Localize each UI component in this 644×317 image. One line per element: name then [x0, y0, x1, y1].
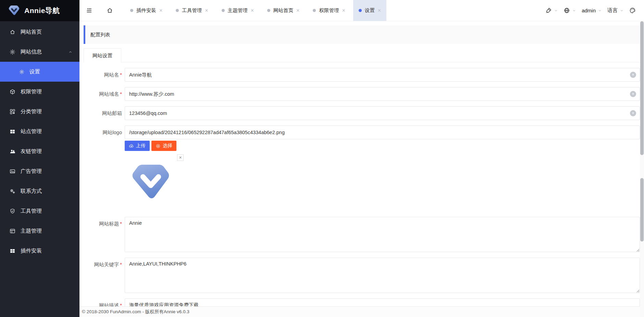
close-icon[interactable]: ×: [342, 8, 345, 13]
diamond-logo-icon: [8, 4, 21, 17]
sidebar-item-label: 主题管理: [21, 227, 42, 235]
field-row-site-email: 网站邮箱 ×: [84, 106, 640, 120]
user-menu[interactable]: admin: [582, 8, 602, 13]
field-label: 网站标题*: [84, 217, 122, 252]
field-row-site-name: 网站名* ×: [84, 68, 640, 82]
sidebar-item-label: 权限管理: [21, 88, 42, 95]
cloud-upload-icon: [129, 143, 134, 149]
close-icon[interactable]: ×: [159, 8, 162, 13]
site-keywords-textarea[interactable]: Annie,LAYUI,THINKPHP6: [125, 258, 640, 293]
select-button[interactable]: 选择: [151, 141, 176, 151]
logo-preview-image[interactable]: [128, 161, 173, 204]
site-domain-input[interactable]: [125, 87, 640, 101]
close-icon[interactable]: ×: [296, 8, 299, 13]
gears-icon: [10, 188, 15, 194]
theme-color-button[interactable]: [629, 7, 636, 14]
clear-input-icon[interactable]: ×: [630, 91, 636, 97]
tab-tools[interactable]: 工具管理 ×: [170, 0, 213, 21]
format-brush-icon: A: [545, 7, 552, 14]
hamburger-collapse-icon: [86, 7, 92, 14]
sidebar: Annie导航 网站首页 网站信息 设置 权限管理 分类管理: [0, 0, 79, 317]
tab-themes[interactable]: 主题管理 ×: [216, 0, 259, 21]
chevron-down-icon: [620, 9, 624, 13]
sidebar-item-site-info[interactable]: 网站信息: [0, 42, 79, 62]
upload-button-row: 上传 选择: [125, 141, 640, 151]
category-grid-icon: [10, 109, 15, 115]
app-title: Annie导航: [24, 6, 60, 15]
remove-preview-icon[interactable]: ×: [177, 154, 184, 161]
tab-label: 权限管理: [319, 7, 339, 14]
settings-form: 网站名* × 网站域名* × 网站邮箱: [84, 68, 640, 317]
close-icon[interactable]: ×: [251, 8, 254, 13]
clear-input-icon[interactable]: ×: [630, 72, 636, 78]
scrollbar-thumb[interactable]: [640, 21, 644, 155]
close-icon[interactable]: ×: [205, 8, 208, 13]
tab-plugins[interactable]: 插件安装 ×: [125, 0, 168, 21]
field-row-site-keywords: 网站关键字* Annie,LAYUI,THINKPHP6: [84, 258, 640, 293]
site-email-input[interactable]: [125, 106, 640, 120]
upload-button[interactable]: 上传: [125, 141, 150, 151]
sidebar-item-label: 工具管理: [21, 208, 42, 215]
sidebar-item-label: 网站信息: [21, 48, 63, 56]
tab-dot-icon: [130, 9, 133, 12]
sidebar-item-label: 站点管理: [21, 128, 42, 135]
windows-icon: [10, 129, 15, 134]
language-label: 语言: [607, 7, 618, 14]
cube-icon: [10, 89, 15, 95]
users-icon: [10, 149, 15, 154]
vertical-scrollbar[interactable]: [640, 21, 644, 317]
sidebar-item-plugins[interactable]: 插件安装: [0, 241, 79, 261]
tab-dot-icon: [359, 9, 362, 12]
chevron-up-icon: [68, 50, 73, 54]
sidebar-item-home[interactable]: 网站首页: [0, 22, 79, 42]
tab-dot-icon: [267, 9, 270, 12]
sidebar-item-contact[interactable]: 联系方式: [0, 181, 79, 201]
sidebar-item-settings[interactable]: 设置: [0, 62, 79, 82]
required-mark: *: [120, 221, 122, 226]
tab-dot-icon: [313, 9, 316, 12]
field-row-site-title: 网站标题* Annie: [84, 217, 640, 252]
site-name-input[interactable]: [125, 68, 640, 82]
required-mark: *: [120, 91, 122, 97]
sidebar-item-label: 设置: [29, 68, 40, 75]
field-label: 网站关键字*: [84, 258, 122, 293]
radio-select-icon: [156, 143, 161, 149]
close-icon[interactable]: ×: [378, 8, 381, 13]
sidebar-item-label: 广告管理: [21, 168, 42, 175]
language-menu[interactable]: 语言: [607, 7, 624, 14]
sidebar-item-label: 插件安装: [21, 247, 42, 255]
admin-app: Annie导航 网站首页 网站信息 设置 权限管理 分类管理: [0, 0, 644, 317]
required-mark: *: [120, 262, 122, 267]
logo-bar[interactable]: Annie导航: [0, 0, 79, 21]
scrollbar-thumb[interactable]: [640, 178, 644, 242]
sidebar-item-label: 分类管理: [21, 108, 42, 115]
tab-site-home[interactable]: 网站首页 ×: [262, 0, 305, 21]
palette-icon: [629, 7, 636, 14]
sidebar-item-permissions[interactable]: 权限管理: [0, 82, 79, 102]
sidebar-item-themes[interactable]: 主题管理: [0, 221, 79, 241]
windows-icon: [10, 248, 15, 254]
card-tabstrip: 网站设置: [84, 48, 640, 62]
site-title-textarea[interactable]: Annie: [125, 217, 640, 252]
sidebar-item-label: 友链管理: [21, 148, 42, 155]
sidebar-item-sites[interactable]: 站点管理: [0, 121, 79, 141]
tab-site-settings[interactable]: 网站设置: [84, 48, 121, 62]
tab-settings-active[interactable]: 设置 ×: [353, 0, 386, 21]
chevron-down-icon: [598, 9, 602, 13]
copyright-footer: © 2018-2030 FunAdmin.com - 版权所有Annie v6.…: [79, 306, 644, 317]
site-logo-input[interactable]: [125, 126, 640, 139]
sidebar-item-label: 网站首页: [21, 28, 42, 36]
sidebar-item-ads[interactable]: 广告管理: [0, 161, 79, 181]
collapse-sidebar-button[interactable]: [82, 0, 97, 21]
chevron-down-icon: [554, 9, 558, 13]
tab-label: 工具管理: [182, 7, 202, 14]
site-link-menu[interactable]: [564, 7, 576, 14]
tab-permissions[interactable]: 权限管理 ×: [307, 0, 350, 21]
sidebar-item-links[interactable]: 友链管理: [0, 141, 79, 161]
clear-input-icon[interactable]: ×: [630, 110, 636, 116]
home-tab-button[interactable]: [102, 0, 117, 21]
clear-cache-menu[interactable]: A: [545, 7, 558, 14]
tab-label: 设置: [365, 7, 375, 14]
sidebar-item-categories[interactable]: 分类管理: [0, 102, 79, 121]
sidebar-item-tools[interactable]: 工具管理: [0, 201, 79, 221]
